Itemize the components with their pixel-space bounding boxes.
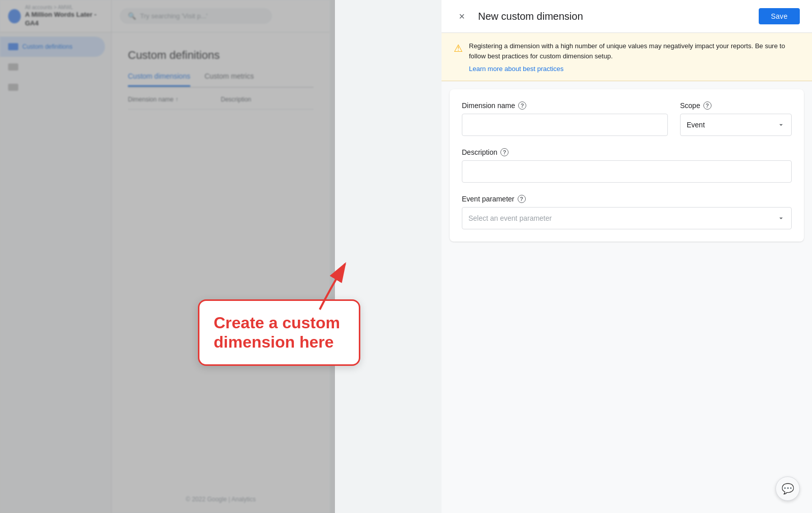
event-param-select[interactable]: Select an event parameter bbox=[462, 207, 792, 229]
panel-title: New custom dimension bbox=[478, 11, 583, 22]
event-param-label: Event parameter ? bbox=[462, 195, 792, 203]
close-icon: × bbox=[459, 11, 465, 22]
form-area: Dimension name ? Scope ? Event User Item… bbox=[450, 89, 804, 242]
panel-header: × New custom dimension Save bbox=[442, 0, 812, 33]
scope-help-icon[interactable]: ? bbox=[703, 101, 712, 110]
dimension-name-group: Dimension name ? bbox=[462, 101, 668, 136]
event-param-help-icon[interactable]: ? bbox=[518, 195, 526, 203]
scope-select[interactable]: Event User Item Session bbox=[680, 114, 792, 136]
dimension-name-help-icon[interactable]: ? bbox=[518, 101, 526, 110]
event-param-group: Event parameter ? Select an event parame… bbox=[462, 195, 792, 229]
chat-icon-symbol: 💬 bbox=[782, 483, 794, 495]
scope-group: Scope ? Event User Item Session bbox=[680, 101, 792, 136]
description-input[interactable] bbox=[462, 160, 792, 183]
warning-banner: ⚠ Registering a dimension with a high nu… bbox=[442, 33, 812, 81]
close-button[interactable]: × bbox=[454, 8, 470, 24]
warning-text: Registering a dimension with a high numb… bbox=[469, 41, 800, 61]
callout-text: Create a custom dimension here bbox=[214, 314, 340, 351]
panel-footer-area bbox=[442, 250, 812, 513]
warning-content: Registering a dimension with a high numb… bbox=[469, 41, 800, 73]
save-button[interactable]: Save bbox=[759, 8, 800, 24]
warning-link[interactable]: Learn more about best practices bbox=[469, 65, 800, 73]
form-row-1: Dimension name ? Scope ? Event User Item… bbox=[462, 101, 792, 136]
description-help-icon[interactable]: ? bbox=[500, 148, 509, 156]
right-panel: × New custom dimension Save ⚠ Registerin… bbox=[442, 0, 812, 513]
panel-header-left: × New custom dimension bbox=[454, 8, 583, 24]
dimension-name-input[interactable] bbox=[462, 114, 668, 136]
description-group: Description ? bbox=[462, 148, 792, 183]
dimension-name-label: Dimension name ? bbox=[462, 101, 668, 110]
overlay bbox=[0, 0, 335, 513]
chat-icon[interactable]: 💬 bbox=[775, 476, 800, 501]
warning-icon: ⚠ bbox=[454, 42, 463, 54]
callout-arrow bbox=[304, 249, 365, 315]
description-label: Description ? bbox=[462, 148, 792, 156]
scope-label: Scope ? bbox=[680, 101, 792, 110]
